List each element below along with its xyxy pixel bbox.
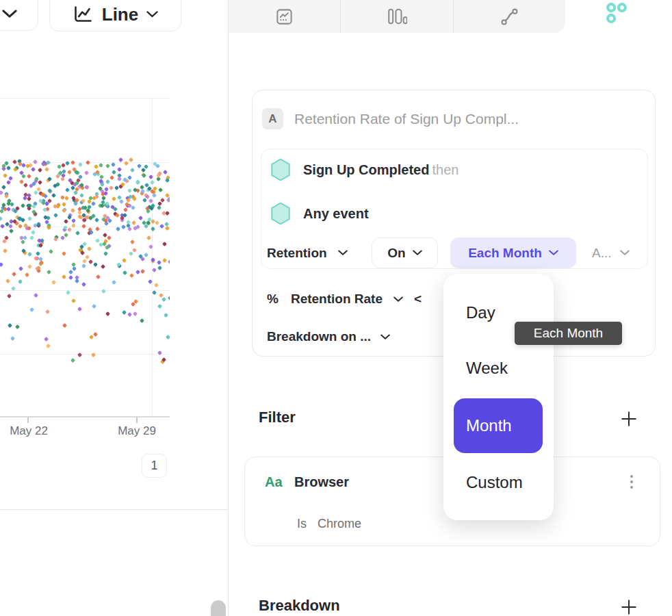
scatter-point [31,230,36,235]
scatter-point [166,334,170,339]
scatter-point [84,170,89,175]
filter-operator-label: Is [297,517,307,531]
scatter-point [103,251,108,256]
scatter-point [148,175,153,179]
interval-dropdown[interactable]: Each Month [450,238,576,268]
menu-item-custom[interactable]: Custom [466,473,523,492]
menu-item-month[interactable]: Month [454,398,543,453]
interval-label: Each Month [468,246,542,261]
scatter-point [121,224,126,229]
flow-chart-icon [500,8,519,26]
scatter-point [62,323,67,328]
pagination-page-button[interactable]: 1 [142,454,167,478]
event-row[interactable]: Any event [270,202,372,225]
scatter-point [87,246,92,251]
scatter-point [46,344,51,348]
scatter-point [38,180,42,185]
scatter-point [25,164,29,168]
percent-label: % [267,292,279,307]
scatter-point [105,164,110,168]
scatter-point [93,262,98,267]
scatter-point [34,293,38,298]
kebab-menu-icon[interactable] [630,475,633,489]
collapsed-dropdown-button[interactable] [0,0,38,31]
measure-dropdown[interactable]: % Retention Rate < [267,290,422,308]
scatter-point [60,194,65,199]
on-dropdown[interactable]: On [372,238,438,268]
event-name: Any event [303,206,369,221]
panel-divider [228,0,229,616]
scatter-point [80,251,85,255]
scatter-point [157,266,162,270]
chart-type-label: Line [102,4,138,25]
scatter-point [51,193,56,198]
add-filter-button[interactable] [620,410,638,428]
scatter-point [6,180,11,185]
scatter-point [135,270,140,274]
chart-type-button[interactable]: Line [49,0,181,31]
scatter-point [29,307,34,312]
scatter-point [89,335,94,339]
breakdown-on-dropdown[interactable]: Breakdown on ... [267,328,390,346]
scatter-point [27,252,32,257]
scatter-point [8,322,12,327]
scatter-point [117,176,122,181]
report-title[interactable]: Retention Rate of Sign Up Compl... [294,111,519,127]
scatter-point [0,262,3,267]
angle-bracket-label: < [414,292,422,307]
scatter-point [161,297,166,302]
scatter-point [27,174,31,179]
scatter-point [4,194,9,198]
event-row[interactable]: Sign Up Completedthen [270,158,458,181]
scatter-point [77,352,81,357]
scatter-point [81,264,86,268]
scatter-point [148,198,153,203]
scatter-point [116,167,121,172]
scatter-point [18,279,23,284]
filter-value-label: Chrome [318,517,361,531]
chevron-down-icon [2,10,17,18]
scatter-point [0,224,5,229]
scatter-point [112,280,116,285]
scrollbar-thumb[interactable] [211,600,226,616]
scatter-point [150,180,155,185]
tab-area-chart[interactable] [229,0,340,33]
scatter-point [66,290,70,295]
scatter-point [27,264,32,269]
truncated-dropdown[interactable]: A... [592,238,630,268]
scatter-point [152,193,157,198]
plus-icon [620,410,638,428]
scatter-point [142,173,146,178]
scatter-point [42,207,47,212]
scatter-point [92,304,96,309]
interval-menu: Day Week Month Custom [443,274,554,520]
tab-bar-chart[interactable] [340,0,452,33]
scatter-point [122,270,127,275]
scatter-point [75,279,79,283]
scatter-point [168,296,170,300]
menu-item-month-label: Month [466,416,512,435]
scatter-point [71,262,76,267]
scatter-point [93,332,98,337]
scatter-point [123,207,128,212]
scatter-dots-icon[interactable] [605,2,628,24]
plus-icon [620,598,638,616]
scatter-point [31,167,36,172]
scatter-point [23,183,28,188]
scatter-point [53,237,58,242]
scatter-point [19,179,24,184]
menu-item-week[interactable]: Week [466,359,508,378]
tab-flow-chart[interactable] [453,0,565,33]
scatter-point [159,224,164,229]
add-breakdown-button[interactable] [620,598,638,616]
chevron-down-icon [413,250,422,256]
scatter-point [109,175,114,180]
breakdown-on-label: Breakdown on ... [267,329,371,344]
metric-dropdown[interactable]: Retention [267,238,348,268]
scatter-point [112,196,116,201]
scatter-point [0,190,3,195]
chevron-down-icon [338,250,348,256]
scatter-point [67,215,72,220]
scatter-point [49,249,53,254]
menu-item-day[interactable]: Day [466,303,495,322]
